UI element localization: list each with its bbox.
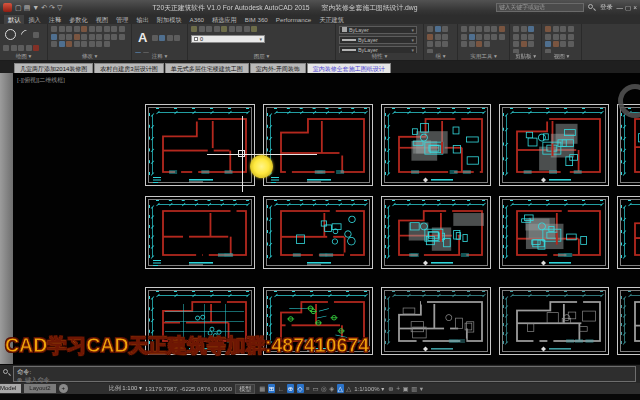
plan-frame[interactable] xyxy=(145,196,255,269)
ribbon-tab-4[interactable]: 参数化 xyxy=(65,15,92,24)
annotation-tool-icon[interactable] xyxy=(159,35,165,41)
tool-icon[interactable] xyxy=(461,34,467,40)
tool-icon[interactable] xyxy=(81,26,87,32)
tool-icon[interactable] xyxy=(545,26,551,32)
layout-tab-model[interactable]: Model xyxy=(0,384,21,393)
tool-icon[interactable] xyxy=(560,41,566,47)
tool-icon[interactable] xyxy=(568,41,574,47)
color-dropdown[interactable]: ByLayer▾ xyxy=(339,26,417,34)
floor-plan-canvas[interactable] xyxy=(384,107,490,185)
tool-icon[interactable] xyxy=(513,41,519,47)
plan-frame[interactable] xyxy=(381,287,491,355)
lineweight-icon[interactable]: ≡ xyxy=(306,384,310,393)
tool-icon[interactable] xyxy=(476,26,482,32)
panel-label[interactable]: 实用工具 ▾ xyxy=(458,52,509,60)
tool-icon[interactable] xyxy=(528,34,534,40)
tool-icon[interactable] xyxy=(51,26,57,32)
selection-cycling-icon[interactable]: ◎ xyxy=(321,384,327,393)
floor-plan-canvas[interactable] xyxy=(148,107,254,185)
command-line[interactable]: 命令: ⊛ 键入命令 xyxy=(13,366,636,382)
undo-icon[interactable]: ↶ xyxy=(41,3,47,12)
circle-tool-icon[interactable] xyxy=(5,29,16,40)
layer-dropdown[interactable]: 0▾ xyxy=(191,35,265,43)
tool-icon[interactable] xyxy=(111,26,117,32)
tool-icon[interactable] xyxy=(119,26,125,32)
tool-icon[interactable] xyxy=(89,41,95,47)
tool-icon[interactable] xyxy=(427,41,433,47)
plot-icon[interactable]: ▽ xyxy=(57,3,62,12)
tool-icon[interactable] xyxy=(59,26,65,32)
panel-label[interactable]: 视图 ▾ xyxy=(542,52,581,60)
tool-icon[interactable] xyxy=(568,26,574,32)
text-tool-icon[interactable]: A xyxy=(135,26,150,50)
tool-icon[interactable] xyxy=(491,26,497,32)
tool-icon[interactable] xyxy=(476,41,482,47)
ortho-icon[interactable]: ∟ xyxy=(278,384,284,393)
tool-icon[interactable] xyxy=(427,34,433,40)
file-tab-2[interactable]: 农村自建房3层设计图 xyxy=(94,63,163,73)
tool-icon[interactable] xyxy=(51,41,57,47)
floor-plan-canvas[interactable] xyxy=(502,199,608,268)
plan-frame[interactable] xyxy=(617,196,640,269)
plan-frame[interactable] xyxy=(499,287,609,355)
panel-label[interactable]: 特性 ▾ xyxy=(336,52,423,60)
layer-tool-icon[interactable] xyxy=(236,26,242,32)
help-search-input[interactable]: 键入关键字或短语 xyxy=(496,3,584,12)
tool-icon[interactable] xyxy=(59,34,65,40)
draw-tool-icon[interactable] xyxy=(3,45,9,51)
tool-icon[interactable] xyxy=(59,41,65,47)
plan-frame[interactable] xyxy=(263,104,373,186)
floor-plan-canvas[interactable] xyxy=(266,199,372,268)
floor-plan-canvas[interactable] xyxy=(384,290,490,354)
tool-icon[interactable] xyxy=(476,34,482,40)
ribbon-tab-13[interactable]: 天正建筑 xyxy=(315,15,348,24)
tool-icon[interactable] xyxy=(528,26,534,32)
tool-icon[interactable] xyxy=(461,26,467,32)
tool-icon[interactable] xyxy=(104,41,110,47)
tool-icon[interactable] xyxy=(484,41,490,47)
annotation-visibility-icon[interactable]: △ xyxy=(337,384,344,393)
open-icon[interactable]: ▤ xyxy=(24,3,31,12)
tool-icon[interactable] xyxy=(74,26,80,32)
tool-icon[interactable] xyxy=(469,34,475,40)
scale-control[interactable]: 比例 1:100 ▾ xyxy=(109,384,142,393)
tool-icon[interactable] xyxy=(96,41,102,47)
tool-icon[interactable] xyxy=(484,34,490,40)
tool-icon[interactable] xyxy=(111,34,117,40)
file-tab-3[interactable]: 单元式多层住宅楼建筑工图 xyxy=(165,63,249,73)
isolate-icon[interactable]: ▣ xyxy=(403,384,409,393)
ribbon-tab-7[interactable]: 输出 xyxy=(132,15,152,24)
plan-frame[interactable] xyxy=(381,196,491,269)
grid-icon[interactable]: ▦ xyxy=(259,384,265,393)
tool-icon[interactable] xyxy=(521,41,527,47)
file-tab-1[interactable]: 几室两厅添加2014装修图 xyxy=(14,63,93,73)
layer-tool-icon[interactable] xyxy=(244,26,250,32)
tool-icon[interactable] xyxy=(545,41,551,47)
plan-frame[interactable] xyxy=(145,104,255,186)
draw-tool-icon[interactable] xyxy=(18,45,24,51)
ribbon-tab-11[interactable]: BIM 360 xyxy=(241,15,272,24)
dynamic-ucs-icon[interactable]: ◈ xyxy=(329,384,334,393)
panel-label[interactable]: 绘图 ▾ xyxy=(0,52,47,60)
redo-icon[interactable]: ↷ xyxy=(49,3,55,12)
panel-label[interactable]: 剪贴板 ▾ xyxy=(510,52,541,60)
ribbon-tab-9[interactable]: A360 xyxy=(186,15,208,24)
tool-icon[interactable] xyxy=(74,34,80,40)
plan-frame[interactable] xyxy=(617,287,640,355)
panel-label[interactable]: 图层 ▾ xyxy=(188,52,335,60)
application-menu-button[interactable] xyxy=(3,3,12,12)
minimize-button[interactable]: — xyxy=(617,3,624,12)
plan-frame[interactable] xyxy=(499,104,609,186)
file-tab-4[interactable]: 室内外-开间装饰 xyxy=(250,63,306,73)
floor-plan-canvas[interactable] xyxy=(148,199,254,268)
tool-icon[interactable] xyxy=(96,34,102,40)
annotation-tool-icon[interactable] xyxy=(174,35,180,41)
layer-tool-icon[interactable] xyxy=(221,26,227,32)
tool-icon[interactable] xyxy=(66,41,72,47)
annotation-scale-control[interactable]: 1:1/100% ▾ xyxy=(354,385,384,392)
tool-icon[interactable] xyxy=(560,34,566,40)
autoscale-icon[interactable]: △ xyxy=(346,384,351,393)
layer-tool-icon[interactable] xyxy=(199,26,205,32)
floor-plan-canvas[interactable] xyxy=(620,199,640,268)
osnap-icon[interactable]: ◇ xyxy=(297,384,304,393)
